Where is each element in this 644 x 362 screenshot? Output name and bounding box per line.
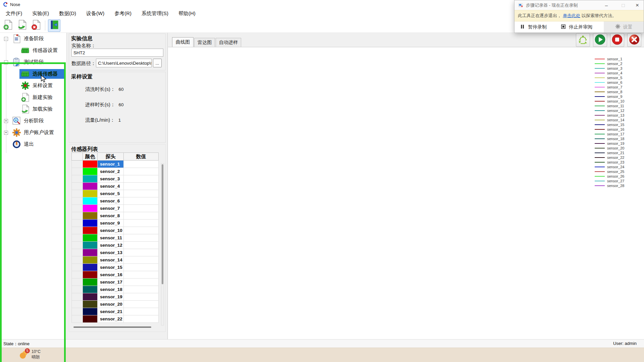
load-experiment-button[interactable] bbox=[16, 19, 28, 32]
new-experiment-button[interactable] bbox=[2, 19, 14, 32]
sensor-name[interactable]: sensor_20 bbox=[98, 301, 124, 308]
tree-item-准备阶段[interactable]: - 准备阶段 bbox=[0, 33, 66, 45]
sensor-name[interactable]: sensor_13 bbox=[98, 249, 124, 256]
tree-expander[interactable]: - bbox=[4, 60, 8, 64]
sensor-name[interactable]: sensor_10 bbox=[98, 227, 124, 234]
sensor-row[interactable]: sensor_1 bbox=[71, 161, 162, 168]
menu-item[interactable]: 文件(F) bbox=[1, 9, 27, 18]
tree-item-用户账户设置[interactable]: + 用户账户设置 bbox=[0, 127, 66, 138]
row-header bbox=[71, 315, 83, 323]
sensor-name[interactable]: sensor_6 bbox=[98, 197, 124, 205]
tree-item-新建实验[interactable]: 新建实验 bbox=[0, 92, 66, 103]
sensor-row[interactable]: sensor_19 bbox=[71, 293, 162, 301]
experiment-name-input[interactable]: SHT2 bbox=[71, 49, 163, 57]
pause-record-button[interactable]: 暂停录制 bbox=[520, 24, 547, 30]
tree-expander[interactable]: - bbox=[4, 37, 8, 41]
sensor-row[interactable]: sensor_4 bbox=[71, 183, 162, 190]
sensor-row[interactable]: sensor_12 bbox=[71, 242, 162, 249]
sensor-name[interactable]: sensor_2 bbox=[98, 168, 124, 175]
row-header bbox=[71, 264, 83, 271]
legend-item: sensor_5 bbox=[595, 75, 624, 80]
tree-item-传感器设置[interactable]: 传感器设置 bbox=[0, 45, 66, 56]
sensor-value bbox=[124, 161, 159, 168]
sensor-row[interactable]: sensor_3 bbox=[71, 175, 162, 183]
sensor-name[interactable]: sensor_9 bbox=[98, 220, 124, 227]
sensor-name[interactable]: sensor_12 bbox=[98, 242, 124, 249]
legend-item: sensor_19 bbox=[595, 141, 624, 146]
sensor-name[interactable]: sensor_4 bbox=[98, 183, 124, 190]
sensor-library-button[interactable] bbox=[48, 19, 60, 32]
sensor-name[interactable]: sensor_16 bbox=[98, 271, 124, 279]
sensor-row[interactable]: sensor_18 bbox=[71, 286, 162, 293]
sensor-row[interactable]: sensor_20 bbox=[71, 301, 162, 308]
group-title: 实验信息 bbox=[69, 34, 165, 42]
column-header[interactable]: 数值 bbox=[124, 153, 159, 161]
tree-item-退出[interactable]: 退出 bbox=[0, 138, 66, 150]
sensor-name[interactable]: sensor_19 bbox=[98, 293, 124, 301]
sensor-table-vscrollbar[interactable] bbox=[161, 163, 164, 325]
weather-widget[interactable]: 5 10°C晴朗 bbox=[18, 349, 41, 360]
sensor-name[interactable]: sensor_18 bbox=[98, 286, 124, 293]
sensor-name[interactable]: sensor_7 bbox=[98, 205, 124, 212]
close-button[interactable] bbox=[627, 33, 641, 47]
stop-review-button[interactable]: 停止并审阅 bbox=[561, 24, 592, 30]
column-header[interactable]: 颜色 bbox=[83, 153, 98, 161]
sensor-row[interactable]: sensor_15 bbox=[71, 264, 162, 271]
menu-item[interactable]: 数据(D) bbox=[54, 9, 81, 18]
sensor-row[interactable]: sensor_21 bbox=[71, 308, 162, 315]
sensor-row[interactable]: sensor_16 bbox=[71, 271, 162, 279]
sensor-row[interactable]: sensor_14 bbox=[71, 256, 162, 264]
browse-button[interactable]: ... bbox=[153, 59, 162, 67]
sensor-row[interactable]: sensor_11 bbox=[71, 234, 162, 242]
alternative-link[interactable]: 单击此处 bbox=[563, 13, 580, 19]
tree-item-分析阶段[interactable]: + 分析阶段 bbox=[0, 115, 66, 127]
sensor-row[interactable]: sensor_6 bbox=[71, 197, 162, 205]
sensor-row[interactable]: sensor_17 bbox=[71, 279, 162, 286]
refresh-button[interactable] bbox=[576, 33, 590, 47]
menu-item[interactable]: 参考(R) bbox=[109, 9, 137, 18]
data-path-input[interactable]: C:\Users\Lenovo\Desktop\tes bbox=[96, 59, 152, 67]
sensor-name[interactable]: sensor_1 bbox=[98, 161, 124, 168]
menu-item[interactable]: 设备(W) bbox=[81, 9, 109, 18]
tab-雷达图[interactable]: 雷达图 bbox=[194, 38, 215, 47]
sensor-name[interactable]: sensor_11 bbox=[98, 234, 124, 242]
close-icon[interactable]: × bbox=[632, 0, 642, 10]
minimize-icon[interactable]: – bbox=[601, 0, 611, 10]
stop-icon bbox=[561, 24, 566, 30]
column-header[interactable]: 探头 bbox=[98, 153, 124, 161]
sensor-row[interactable]: sensor_2 bbox=[71, 168, 162, 175]
tree-item-采样设置[interactable]: 采样设置 bbox=[0, 80, 66, 92]
sensor-row[interactable]: sensor_22 bbox=[71, 315, 162, 323]
start-button[interactable] bbox=[593, 33, 607, 47]
tab-自动进样[interactable]: 自动进样 bbox=[216, 38, 241, 47]
sensor-name[interactable]: sensor_5 bbox=[98, 190, 124, 197]
sensor-name[interactable]: sensor_22 bbox=[98, 315, 124, 323]
sensor-row[interactable]: sensor_5 bbox=[71, 190, 162, 197]
menu-item[interactable]: 系统管理(S) bbox=[137, 9, 173, 18]
sensor-value bbox=[124, 227, 159, 234]
tab-曲线图[interactable]: 曲线图 bbox=[172, 37, 194, 47]
tree-item-加载实验[interactable]: 加载实验 bbox=[0, 103, 66, 115]
sensor-row[interactable]: sensor_8 bbox=[71, 212, 162, 220]
sensor-name[interactable]: sensor_8 bbox=[98, 212, 124, 220]
legend-item: sensor_8 bbox=[595, 89, 624, 94]
tree-item-选择传感器[interactable]: 选择传感器 bbox=[0, 68, 66, 80]
sensor-name[interactable]: sensor_15 bbox=[98, 264, 124, 271]
sensor-name[interactable]: sensor_14 bbox=[98, 256, 124, 264]
close-experiment-button[interactable] bbox=[30, 19, 42, 32]
sensor-name[interactable]: sensor_3 bbox=[98, 175, 124, 183]
tree-expander[interactable]: + bbox=[4, 131, 8, 135]
sensor-row[interactable]: sensor_13 bbox=[71, 249, 162, 256]
menu-item[interactable]: 实验(E) bbox=[27, 9, 54, 18]
tree-item-测试阶段[interactable]: - 测试阶段 bbox=[0, 56, 66, 68]
menu-item[interactable]: 帮助(H) bbox=[173, 9, 201, 18]
row-header bbox=[71, 212, 83, 220]
sensor-row[interactable]: sensor_10 bbox=[71, 227, 162, 234]
tree-expander[interactable]: + bbox=[4, 119, 8, 123]
sensor-row[interactable]: sensor_7 bbox=[71, 205, 162, 212]
sensor-row[interactable]: sensor_9 bbox=[71, 220, 162, 227]
sensor-name[interactable]: sensor_21 bbox=[98, 308, 124, 315]
sensor-name[interactable]: sensor_17 bbox=[98, 279, 124, 286]
stop-button[interactable] bbox=[610, 33, 624, 47]
sensor-table-hscrollbar[interactable] bbox=[71, 326, 159, 329]
